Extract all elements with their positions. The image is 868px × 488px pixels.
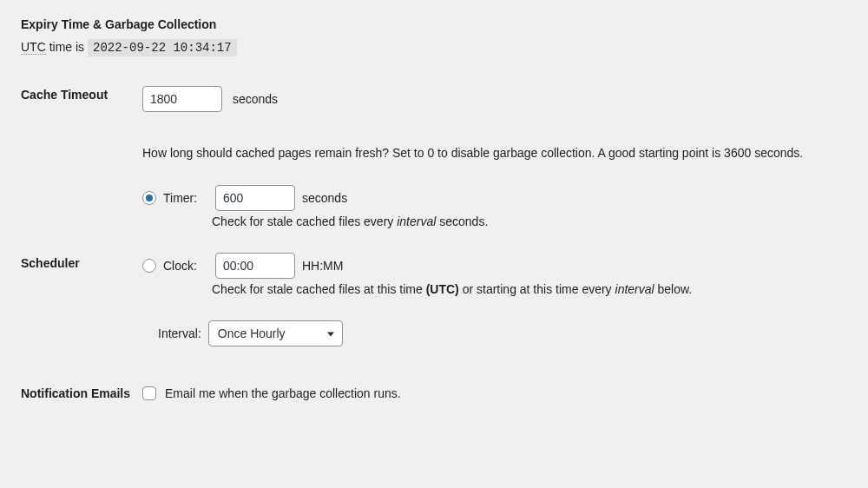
interval-select-wrap: Once Hourly	[208, 320, 343, 346]
section-title: Expiry Time & Garbage Collection	[21, 17, 847, 31]
scheduler-timer-radio[interactable]	[142, 191, 156, 205]
scheduler-timer-label: Timer:	[163, 191, 208, 205]
scheduler-timer-block: Timer: seconds Check for stale cached fi…	[142, 185, 847, 228]
scheduler-clock-input[interactable]	[215, 253, 295, 279]
scheduler-clock-block: Clock: HH:MM Check for stale cached file…	[142, 253, 847, 296]
settings-form-table: Cache Timeout seconds How long should ca…	[21, 79, 847, 409]
utc-label: UTC	[21, 40, 46, 55]
utc-time-line: UTC time is 2022-09-22 10:34:17	[21, 40, 847, 55]
scheduler-timer-desc: Check for stale cached files every inter…	[212, 214, 847, 228]
interval-label: Interval:	[158, 326, 201, 340]
interval-select[interactable]: Once Hourly	[208, 320, 343, 346]
scheduler-clock-radio[interactable]	[142, 259, 156, 273]
timer-desc-em: interval	[397, 214, 436, 228]
notification-checkbox-row[interactable]: Email me when the garbage collection run…	[142, 386, 847, 400]
scheduler-label: Scheduler	[21, 178, 142, 353]
scheduler-interval-row: Interval: Once Hourly	[158, 320, 847, 346]
clock-desc-pre: Check for stale cached files at this tim…	[212, 282, 426, 296]
clock-desc-mid: or starting at this time every	[459, 282, 615, 296]
timer-desc-pre: Check for stale cached files every	[212, 214, 397, 228]
current-timestamp: 2022-09-22 10:34:17	[88, 39, 237, 56]
scheduler-timer-input[interactable]	[215, 185, 295, 211]
cache-timeout-unit: seconds	[233, 92, 278, 106]
notification-label: Notification Emails	[21, 353, 142, 409]
scheduler-clock-desc: Check for stale cached files at this tim…	[212, 282, 847, 296]
timer-desc-post: seconds.	[436, 214, 488, 228]
notification-checkbox-label: Email me when the garbage collection run…	[165, 386, 401, 400]
time-is-text: time is	[46, 40, 88, 54]
scheduler-timer-unit: seconds	[302, 191, 347, 205]
clock-desc-bold: (UTC)	[426, 282, 459, 296]
clock-desc-post: below.	[654, 282, 693, 296]
scheduler-clock-unit: HH:MM	[302, 259, 343, 273]
notification-checkbox[interactable]	[142, 386, 156, 400]
clock-desc-em: interval	[615, 282, 654, 296]
cache-timeout-help: How long should cached pages remain fres…	[142, 143, 847, 162]
cache-timeout-label: Cache Timeout	[21, 79, 142, 178]
scheduler-clock-label: Clock:	[163, 259, 208, 273]
cache-timeout-input[interactable]	[142, 86, 222, 112]
